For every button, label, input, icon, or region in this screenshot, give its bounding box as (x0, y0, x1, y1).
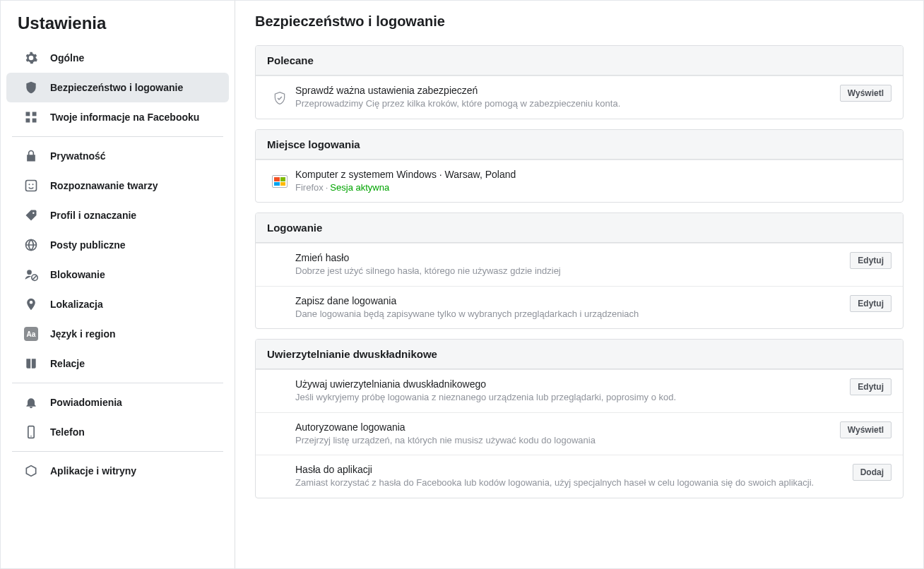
sidebar-item-profile[interactable]: Profil i oznaczanie (6, 200, 229, 230)
main-content: Bezpieczeństwo i logowanie PolecaneSpraw… (235, 1, 923, 568)
blank-icon (267, 433, 292, 435)
sidebar-item-general[interactable]: Ogólne (6, 43, 229, 73)
row-title: Zmień hasło (295, 252, 843, 263)
blank-icon (267, 476, 292, 477)
pin-icon (23, 297, 39, 312)
lock-icon (23, 148, 39, 164)
sidebar-item-language[interactable]: AaJęzyk i region (6, 319, 229, 349)
row-title: Komputer z systemem Windows · Warsaw, Po… (295, 169, 884, 180)
section-header: Polecane (256, 46, 903, 76)
row-title: Używaj uwierzytelniania dwuskładnikowego (295, 378, 843, 390)
section-where: Miejsce logowaniaKomputer z systemem Win… (255, 129, 904, 203)
sidebar-item-stories[interactable]: Relacje (6, 349, 229, 378)
edit-button[interactable]: Edytuj (850, 378, 892, 395)
sidebar-item-location[interactable]: Lokalizacja (6, 289, 229, 319)
sidebar-divider (12, 383, 223, 383)
sidebar-divider (12, 451, 223, 452)
row-subtitle: Dobrze jest użyć silnego hasła, którego … (295, 265, 843, 277)
svg-point-7 (32, 212, 35, 214)
row-subtitle: Przejrzyj listę urządzeń, na których nie… (295, 434, 833, 447)
settings-row[interactable]: Autoryzowane logowaniaPrzejrzyj listę ur… (256, 412, 903, 455)
sidebar-item-label: Lokalizacja (50, 299, 103, 310)
sidebar-item-face[interactable]: Rozpoznawanie twarzy (6, 171, 229, 200)
windows-icon (267, 174, 292, 188)
settings-row[interactable]: Sprawdź ważna ustawienia zabezpieczeńPrz… (256, 76, 903, 119)
settings-row[interactable]: Zapisz dane logowaniaDane logowania będą… (256, 286, 903, 329)
sidebar-item-label: Blokowanie (50, 269, 105, 280)
row-title: Zapisz dane logowania (295, 295, 843, 306)
row-subtitle: Zamiast korzystać z hasła do Facebooka l… (295, 477, 846, 489)
sidebar-item-blocking[interactable]: Blokowanie (6, 260, 229, 289)
svg-point-5 (29, 184, 30, 185)
svg-rect-2 (26, 119, 30, 123)
sidebar-item-label: Rozpoznawanie twarzy (50, 180, 158, 191)
settings-sidebar: Ustawienia OgólneBezpieczeństwo i logowa… (1, 1, 235, 568)
bell-icon (23, 395, 39, 410)
add-button[interactable]: Dodaj (853, 464, 892, 481)
row-title: Autoryzowane logowania (295, 421, 833, 433)
section-twofa: Uwierzytelnianie dwuskładnikoweUżywaj uw… (255, 339, 904, 498)
edit-button[interactable]: Edytuj (850, 295, 892, 312)
sidebar-item-apps[interactable]: Aplikacje i witryny (6, 456, 229, 486)
svg-rect-0 (26, 112, 30, 116)
view-button[interactable]: Wyświetl (840, 85, 892, 102)
blank-icon (267, 390, 292, 392)
row-title: Sprawdź ważna ustawienia zabezpieczeń (295, 85, 833, 96)
gear-icon (23, 50, 39, 66)
face-icon (23, 178, 39, 193)
svg-point-6 (32, 184, 34, 185)
aa-icon: Aa (23, 326, 39, 342)
sidebar-item-label: Telefon (50, 426, 85, 438)
book-icon (23, 356, 39, 371)
svg-point-9 (27, 270, 32, 275)
sidebar-item-security[interactable]: Bezpieczeństwo i logowanie (6, 73, 229, 102)
view-button[interactable]: Wyświetl (840, 421, 892, 438)
row-subtitle: Jeśli wykryjemy próbę logowania z niezna… (295, 391, 843, 404)
blank-icon (267, 306, 292, 308)
phone-icon (23, 424, 39, 440)
sidebar-item-public[interactable]: Posty publiczne (6, 230, 229, 260)
settings-row[interactable]: Zmień hasłoDobrze jest użyć silnego hasł… (256, 243, 903, 286)
row-subtitle: Dane logowania będą zapisywane tylko w w… (295, 308, 843, 321)
cube-icon (23, 463, 39, 479)
tag-icon (23, 208, 39, 223)
edit-button[interactable]: Edytuj (850, 252, 892, 269)
sidebar-item-notifications[interactable]: Powiadomienia (6, 388, 229, 417)
sidebar-item-label: Powiadomienia (50, 397, 122, 408)
sidebar-item-label: Aplikacje i witryny (50, 465, 136, 477)
section-header: Logowanie (256, 213, 903, 243)
sidebar-item-label: Bezpieczeństwo i logowanie (50, 82, 183, 93)
svg-point-13 (30, 436, 32, 437)
sidebar-item-label: Profil i oznaczanie (50, 210, 136, 221)
sidebar-item-mobile[interactable]: Telefon (6, 417, 229, 447)
settings-row[interactable]: Używaj uwierzytelniania dwuskładnikowego… (256, 369, 903, 412)
settings-row[interactable]: Komputer z systemem Windows · Warsaw, Po… (256, 160, 903, 203)
row-title: Hasła do aplikacji (295, 464, 846, 475)
section-recommended: PolecaneSprawdź ważna ustawienia zabezpi… (255, 45, 904, 119)
sidebar-item-privacy[interactable]: Prywatność (6, 141, 229, 171)
grid-icon (23, 109, 39, 125)
page-title: Bezpieczeństwo i logowanie (255, 13, 904, 30)
row-subtitle: Firefox·Sesja aktywna (295, 181, 884, 194)
settings-row[interactable]: Hasła do aplikacjiZamiast korzystać z ha… (256, 455, 903, 498)
svg-rect-3 (32, 119, 37, 123)
sidebar-item-label: Język i region (50, 328, 116, 340)
sidebar-item-label: Twoje informacje na Facebooku (50, 112, 199, 123)
svg-rect-4 (26, 181, 37, 191)
section-header: Uwierzytelnianie dwuskładnikowe (256, 340, 903, 369)
shield-icon (23, 80, 39, 95)
svg-rect-1 (32, 112, 37, 116)
section-login: LogowanieZmień hasłoDobrze jest użyć sil… (255, 212, 904, 329)
sidebar-item-label: Prywatność (50, 150, 106, 162)
svg-line-11 (32, 275, 37, 280)
sidebar-item-yourinfo[interactable]: Twoje informacje na Facebooku (6, 102, 229, 132)
blank-icon (267, 264, 292, 265)
shield-check-icon (267, 90, 292, 105)
sidebar-divider (12, 136, 223, 137)
sidebar-title: Ustawienia (1, 13, 235, 43)
sidebar-item-label: Posty publiczne (50, 239, 126, 251)
block-icon (23, 267, 39, 282)
globe-icon (23, 237, 39, 253)
sidebar-item-label: Ogólne (50, 52, 84, 64)
section-header: Miejsce logowania (256, 130, 903, 160)
